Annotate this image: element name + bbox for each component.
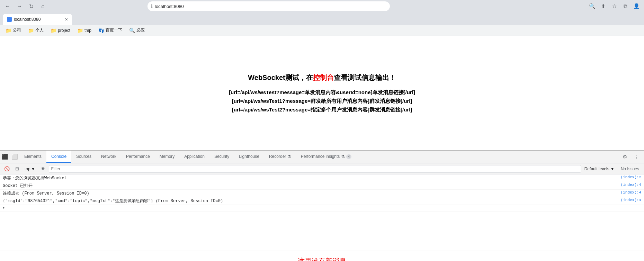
console-line-link[interactable]: (index):2	[618, 175, 641, 179]
performance-insights-badge: 4	[346, 154, 352, 159]
console-line: Socket 已打开 (index):4	[0, 182, 644, 190]
page-title: WebSocket测试，在控制台查看测试信息输出！	[248, 73, 396, 82]
console-line-text: 恭喜：您的浏览器支持WebSocket	[3, 175, 618, 181]
console-line-text: {"msgId":"987654321","cmd":"topic","msgT…	[3, 198, 618, 204]
home-button[interactable]: ⌂	[38, 1, 48, 11]
forward-button[interactable]: →	[15, 1, 24, 11]
browser-actions: 🔍 ⬆ ☆ ⧉ 👤	[587, 1, 641, 11]
page-links: [url=/api/ws/wsTest?message=单发消息内容&userI…	[229, 89, 415, 113]
bookmark-item-baidu[interactable]: 👣 百度一下	[96, 26, 125, 35]
console-line-text: 连接成功 (From Server, Session ID=0)	[3, 190, 618, 196]
tab-favicon	[7, 17, 12, 22]
page-content: WebSocket测试，在控制台查看测试信息输出！ [url=/api/ws/w…	[0, 36, 644, 150]
console-line-link[interactable]: (index):4	[618, 190, 641, 195]
console-line: 恭喜：您的浏览器支持WebSocket (index):2	[0, 174, 644, 182]
tab-lighthouse[interactable]: Lighthouse	[234, 151, 264, 163]
search-icon: 🔍	[129, 28, 135, 33]
console-line-text: Socket 已打开	[3, 183, 618, 189]
bookmark-button[interactable]: ☆	[609, 1, 619, 11]
devtools-inspect-button[interactable]: ⬜	[10, 152, 19, 162]
dropdown-arrow-icon: ▼	[31, 166, 35, 171]
back-button[interactable]: ←	[3, 1, 12, 11]
devtools-tab-bar: ⬛ ⬜ Elements Console Sources Network Per…	[0, 151, 644, 163]
no-issues-badge: No Issues	[618, 165, 642, 172]
new-message-area: 这里没有新消息	[0, 251, 644, 261]
devtools-actions: ⚙ ⋮	[620, 152, 644, 162]
bookmark-item-gongsi[interactable]: 📁 公司	[3, 26, 24, 35]
dropdown-arrow-icon: ▼	[610, 166, 615, 171]
tab-performance[interactable]: Performance	[121, 151, 155, 163]
bookmark-label: tmp	[84, 28, 91, 33]
clear-console-button[interactable]: 🚫	[2, 165, 12, 173]
baidu-icon: 👣	[98, 28, 104, 33]
bookmark-item-geren[interactable]: 📁 个人	[25, 26, 46, 35]
bookmark-label: 个人	[35, 27, 44, 33]
security-icon: ℹ	[151, 3, 153, 9]
url-text: localhost:8080	[155, 4, 184, 9]
tab-performance-insights[interactable]: Performance insights ⚗ 4	[296, 151, 357, 163]
console-toolbar: 🚫 ⊟ top ▼ 👁 Default levels ▼ No Issues	[0, 163, 644, 174]
reload-button[interactable]: ↻	[26, 1, 36, 11]
filter-toggle-button[interactable]: ⊟	[13, 165, 21, 173]
tab-network[interactable]: Network	[96, 151, 121, 163]
eye-button[interactable]: 👁	[39, 165, 47, 173]
console-line: {"msgId":"987654321","cmd":"topic","msgT…	[0, 197, 644, 205]
page-link-3[interactable]: [url=/api/ws/wsTest2?message=指定多个用户发消息内容…	[229, 107, 415, 113]
folder-icon: 📁	[77, 28, 83, 33]
bookmark-label: 百度一下	[106, 27, 122, 33]
context-selector[interactable]: top ▼	[23, 165, 37, 172]
split-button[interactable]: ⧉	[620, 1, 630, 11]
devtools-panel: ⬛ ⬜ Elements Console Sources Network Per…	[0, 150, 644, 261]
page-link-1[interactable]: [url=/api/ws/wsTest?message=单发消息内容&userI…	[229, 89, 415, 96]
page-link-2[interactable]: [url=/api/ws/wsTest1?message=群发给所有用户消息内容…	[229, 98, 415, 105]
context-label: top	[25, 166, 30, 171]
tab-console[interactable]: Console	[46, 151, 71, 163]
bookmark-label: project	[58, 28, 70, 33]
share-button[interactable]: ⬆	[598, 1, 608, 11]
devtools-more-button[interactable]: ⋮	[632, 152, 641, 162]
tab-sources[interactable]: Sources	[71, 151, 96, 163]
bookmark-item-tmp[interactable]: 📁 tmp	[74, 26, 94, 35]
bookmark-item-bing[interactable]: 🔍 必应	[126, 26, 147, 35]
console-line-link[interactable]: (index):4	[618, 198, 641, 202]
devtools-toggle-button[interactable]: ⬛	[0, 152, 10, 162]
folder-icon: 📁	[51, 28, 56, 33]
tab-application[interactable]: Application	[179, 151, 209, 163]
expand-arrow-icon[interactable]: ▶	[3, 206, 5, 210]
tab-bar: localhost:8080 ×	[0, 12, 644, 25]
bookmarks-bar: 📁 公司 📁 个人 📁 project 📁 tmp 👣 百度一下 🔍 必应	[0, 25, 644, 36]
profile-button[interactable]: 👤	[632, 1, 641, 11]
console-output: 恭喜：您的浏览器支持WebSocket (index):2 Socket 已打开…	[0, 174, 644, 251]
console-line-link[interactable]: (index):4	[618, 183, 641, 187]
default-levels-button[interactable]: Default levels ▼	[582, 165, 617, 172]
tab-close-button[interactable]: ×	[65, 17, 68, 22]
bookmark-item-project[interactable]: 📁 project	[48, 26, 73, 35]
default-levels-label: Default levels	[584, 166, 609, 171]
search-button[interactable]: 🔍	[587, 1, 597, 11]
console-line-arrow: ▶	[0, 205, 644, 212]
folder-icon: 📁	[6, 28, 11, 33]
tab-security[interactable]: Security	[209, 151, 234, 163]
tab-title: localhost:8080	[14, 17, 41, 22]
filter-input[interactable]	[49, 165, 581, 173]
tab-memory[interactable]: Memory	[155, 151, 179, 163]
devtools-settings-button[interactable]: ⚙	[620, 152, 629, 162]
tab-elements[interactable]: Elements	[19, 151, 46, 163]
bookmark-label: 公司	[13, 27, 21, 33]
address-bar[interactable]: ℹ localhost:8080	[147, 1, 390, 11]
tab-recorder[interactable]: Recorder ⚗	[264, 151, 296, 163]
browser-tab[interactable]: localhost:8080 ×	[3, 14, 72, 25]
console-line: 连接成功 (From Server, Session ID=0) (index)…	[0, 190, 644, 197]
bookmark-label: 必应	[136, 27, 145, 33]
folder-icon: 📁	[28, 28, 34, 33]
chrome-nav-bar: ← → ↻ ⌂ ℹ localhost:8080 🔍 ⬆ ☆ ⧉ 👤	[0, 0, 644, 12]
new-message-text: 这里没有新消息	[298, 256, 346, 261]
